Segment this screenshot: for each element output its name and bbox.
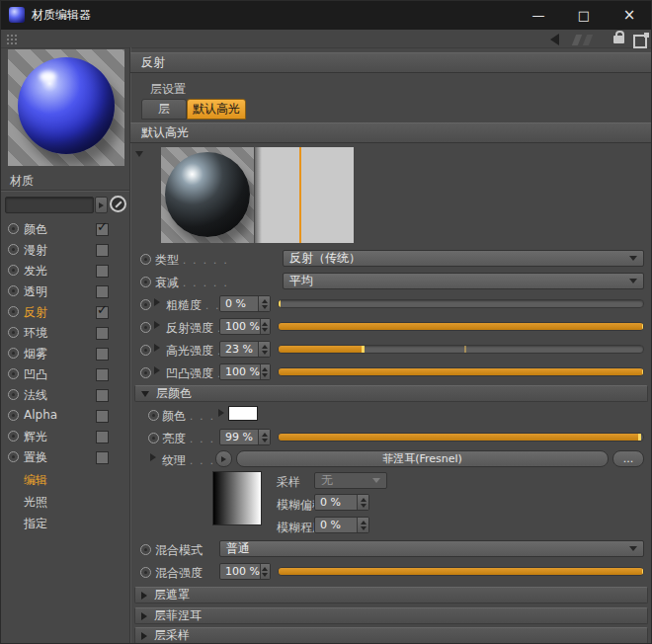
- expand-icon[interactable]: [154, 366, 160, 374]
- mix-strength-slider[interactable]: [278, 567, 644, 576]
- back-icon[interactable]: [550, 34, 559, 45]
- channel-dot[interactable]: [8, 327, 19, 338]
- channel-checkbox[interactable]: [96, 244, 109, 257]
- anim-dot[interactable]: [148, 410, 159, 421]
- channel-row-diffuse[interactable]: 漫射: [0, 240, 129, 260]
- bump-strength-slider[interactable]: [278, 367, 644, 376]
- channel-dot[interactable]: [8, 431, 19, 442]
- roughness-input[interactable]: 0 %: [219, 295, 271, 312]
- channel-row-environment[interactable]: 环境: [0, 323, 129, 343]
- channel-checkbox[interactable]: [96, 265, 109, 278]
- sampling-dropdown[interactable]: 无: [314, 472, 387, 489]
- brightness-stepper[interactable]: [258, 430, 270, 444]
- maximize-button[interactable]: □: [561, 0, 607, 30]
- channel-checkbox[interactable]: [96, 431, 109, 443]
- mode-illumination[interactable]: 光照: [24, 494, 47, 511]
- channel-row-transparency[interactable]: 透明: [0, 282, 129, 301]
- blur-scale-input[interactable]: 0 %: [314, 517, 369, 533]
- channel-dot[interactable]: [8, 265, 19, 276]
- channel-label[interactable]: 透明: [24, 283, 47, 300]
- anim-dot[interactable]: [140, 345, 151, 356]
- channel-row-alpha[interactable]: Alpha: [0, 406, 129, 426]
- channel-dot[interactable]: [8, 451, 19, 462]
- channel-dot[interactable]: [8, 306, 19, 317]
- channel-label[interactable]: 烟雾: [24, 346, 47, 362]
- reflection-preview[interactable]: [161, 147, 254, 243]
- channel-checkbox[interactable]: ✓: [96, 306, 109, 319]
- channel-checkbox[interactable]: [96, 451, 109, 464]
- texture-shader-button[interactable]: 菲涅耳(Fresnel): [236, 450, 609, 467]
- channel-label[interactable]: 漫射: [24, 242, 47, 259]
- blur-offset-input[interactable]: 0 %: [314, 494, 369, 511]
- blur-offset-stepper[interactable]: [357, 495, 368, 510]
- anim-dot[interactable]: [140, 299, 151, 310]
- expand-icon[interactable]: [154, 298, 160, 306]
- tab-default-specular[interactable]: 默认高光: [187, 99, 246, 120]
- close-button[interactable]: ×: [607, 0, 652, 30]
- channel-label[interactable]: 辉光: [24, 429, 47, 445]
- tab-layers[interactable]: 层: [141, 99, 187, 120]
- channel-dot[interactable]: [8, 368, 19, 379]
- preview-collapse-icon[interactable]: [135, 151, 143, 157]
- anim-dot[interactable]: [140, 544, 151, 555]
- specular-strength-stepper[interactable]: [258, 342, 270, 357]
- layer-fresnel-section[interactable]: 层菲涅耳: [134, 607, 648, 624]
- bump-strength-input[interactable]: 100 %: [219, 363, 271, 380]
- channel-dot[interactable]: [8, 348, 19, 359]
- float-panel-icon[interactable]: [633, 35, 647, 48]
- app-icon[interactable]: [9, 7, 25, 23]
- roughness-stepper[interactable]: [258, 296, 270, 311]
- falloff-dropdown[interactable]: 平均: [283, 273, 644, 289]
- channel-row-luminance[interactable]: 发光: [0, 261, 129, 281]
- specular-strength-slider[interactable]: [278, 345, 644, 354]
- channel-label[interactable]: 凹凸: [24, 366, 47, 383]
- expand-icon[interactable]: [154, 321, 160, 329]
- brightness-input[interactable]: 99 %: [219, 429, 271, 445]
- channel-row-glow[interactable]: 辉光: [0, 427, 129, 446]
- texture-menu-button[interactable]: [215, 450, 232, 467]
- eyedropper-button[interactable]: [110, 196, 126, 212]
- channel-checkbox[interactable]: [96, 327, 109, 340]
- reflection-strength-slider[interactable]: [278, 322, 644, 331]
- anim-dot[interactable]: [140, 254, 151, 265]
- mix-mode-dropdown[interactable]: 普通: [219, 540, 644, 557]
- channel-checkbox[interactable]: [96, 389, 109, 402]
- gradient-preview[interactable]: [212, 471, 262, 525]
- anim-dot[interactable]: [140, 567, 151, 578]
- channel-dot[interactable]: [8, 285, 19, 296]
- minimize-button[interactable]: —: [516, 0, 561, 30]
- anim-dot[interactable]: [140, 277, 151, 287]
- color-swatch[interactable]: [228, 406, 258, 421]
- channel-row-bump[interactable]: 凹凸: [0, 364, 129, 384]
- mix-strength-stepper[interactable]: [260, 564, 270, 579]
- channel-checkbox[interactable]: [96, 368, 109, 381]
- channel-row-normal[interactable]: 法线: [0, 385, 129, 405]
- channel-row-color[interactable]: 颜色 ✓: [0, 219, 129, 239]
- panel-grip-icon[interactable]: [6, 34, 19, 45]
- material-menu-button[interactable]: [95, 197, 108, 213]
- material-name-input[interactable]: [5, 197, 94, 213]
- blur-scale-stepper[interactable]: [357, 518, 368, 532]
- channel-checkbox[interactable]: [96, 285, 109, 298]
- anim-dot[interactable]: [140, 367, 151, 378]
- expand-icon[interactable]: [154, 344, 160, 352]
- channel-row-reflection[interactable]: 反射 ✓: [0, 302, 129, 322]
- channel-label[interactable]: 颜色: [24, 221, 47, 238]
- mode-assign[interactable]: 指定: [24, 516, 47, 532]
- brightness-slider[interactable]: [278, 433, 644, 442]
- channel-label[interactable]: 置换: [24, 449, 47, 466]
- channel-dot[interactable]: [8, 389, 19, 400]
- anim-dot[interactable]: [148, 433, 159, 443]
- channel-row-fog[interactable]: 烟雾: [0, 344, 129, 363]
- texture-expand-icon[interactable]: [150, 453, 156, 461]
- channel-row-displacement[interactable]: 置换: [0, 447, 129, 467]
- channel-checkbox[interactable]: [96, 348, 109, 361]
- reflection-strength-stepper[interactable]: [260, 319, 270, 334]
- channel-label[interactable]: 反射: [24, 304, 47, 321]
- reflection-strength-input[interactable]: 100 %: [219, 318, 271, 335]
- bump-strength-stepper[interactable]: [260, 364, 270, 379]
- roughness-slider[interactable]: [278, 299, 644, 308]
- texture-more-button[interactable]: ...: [612, 450, 644, 467]
- lock-icon[interactable]: [613, 36, 624, 43]
- channel-label[interactable]: Alpha: [24, 408, 57, 422]
